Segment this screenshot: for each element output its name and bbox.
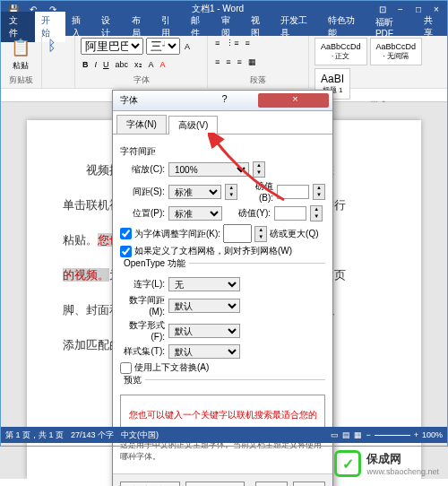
numbering-icon[interactable]: ⋮≡ xyxy=(224,38,240,48)
cancel-button[interactable]: 取消 xyxy=(293,482,325,486)
tab-font-advanced[interactable]: 高级(V) xyxy=(168,116,218,135)
statusbar: 第 1 页，共 1 页 27/143 个字 中文(中国) ▭ ▤ ▦ − + 1… xyxy=(0,427,448,443)
spacing-select[interactable]: 标准 xyxy=(168,185,222,199)
position-select[interactable]: 标准 xyxy=(168,206,222,221)
group-font: 字体 xyxy=(81,74,202,86)
grid-label: 如果定义了文档网格，则对齐到网格(W) xyxy=(134,245,292,257)
strike-icon[interactable]: abc xyxy=(114,59,131,70)
kerning-unit: 磅或更大(Q) xyxy=(270,228,318,240)
scale-select[interactable]: 100% xyxy=(168,162,249,177)
effects-button[interactable]: 文字效果(E)... xyxy=(185,482,245,486)
font-color-icon[interactable]: A xyxy=(159,59,168,70)
kerning-input[interactable] xyxy=(223,224,252,243)
zoom-in-icon[interactable]: + xyxy=(414,430,418,439)
dialog-help-icon[interactable]: ? xyxy=(187,93,258,108)
group-clipboard: 剪贴板 xyxy=(5,74,36,86)
tab-font-basic[interactable]: 字体(N) xyxy=(116,115,167,134)
contextual-checkbox[interactable] xyxy=(120,362,132,374)
spacing-pt-input[interactable] xyxy=(277,185,309,199)
dialog-tabs: 字体(N) 高级(V) xyxy=(113,111,332,135)
grow-font-icon[interactable]: A xyxy=(183,41,192,52)
numform-select[interactable]: 默认 xyxy=(168,324,240,338)
spacing-spinner[interactable]: ▲▼ xyxy=(225,184,237,200)
position-pt-spinner[interactable]: ▲▼ xyxy=(310,205,323,221)
align-right-icon[interactable]: ≡ xyxy=(236,56,244,67)
watermark-brand: 保成网 xyxy=(366,452,401,465)
section-opentype: OpenType 功能 xyxy=(120,257,189,270)
align-left-icon[interactable]: ≡ xyxy=(213,56,221,67)
bluetooth-icon[interactable]: ᛒ xyxy=(47,38,56,54)
numspc-select[interactable]: 默认 xyxy=(168,299,240,313)
status-lang[interactable]: 中文(中国) xyxy=(121,430,159,441)
view-web-icon[interactable]: ▦ xyxy=(354,430,362,439)
paste-icon[interactable]: 📋 xyxy=(11,38,30,57)
sub-icon[interactable]: x₂ xyxy=(133,59,144,70)
view-read-icon[interactable]: ▭ xyxy=(331,430,339,439)
position-label: 位置(P): xyxy=(120,207,165,220)
group-para: 段落 xyxy=(213,74,303,86)
status-page[interactable]: 第 1 页，共 1 页 xyxy=(5,430,64,441)
style-normal[interactable]: AaBbCcDd· 正文 xyxy=(314,38,367,65)
watermark-logo-icon: ✓ xyxy=(334,450,361,477)
align-center-icon[interactable]: ≡ xyxy=(224,56,232,67)
zoom-out-icon[interactable]: − xyxy=(366,430,370,439)
spacing-label: 间距(S): xyxy=(120,186,165,198)
ok-button[interactable]: 确定 xyxy=(255,482,288,486)
paste-label: 粘贴 xyxy=(13,60,29,72)
liga-select[interactable]: 无 xyxy=(168,277,240,291)
dialog-title: 字体 xyxy=(116,94,187,107)
highlight-icon[interactable]: A xyxy=(147,59,156,70)
dialog-close-icon[interactable]: × xyxy=(258,93,329,108)
bold-icon[interactable]: B xyxy=(81,59,90,70)
status-words[interactable]: 27/143 个字 xyxy=(71,430,114,441)
zoom-value[interactable]: 100% xyxy=(422,430,443,439)
section-spacing: 字符间距 xyxy=(120,145,325,158)
spacing-pt-label: 磅值(B): xyxy=(241,180,273,203)
dialog-titlebar[interactable]: 字体 ? × xyxy=(113,91,332,111)
italic-icon[interactable]: I xyxy=(93,59,99,70)
numspc-label: 数字间距(M): xyxy=(120,294,165,317)
style-nospacing[interactable]: AaBbCcDd· 无间隔 xyxy=(370,38,423,65)
liga-label: 连字(L): xyxy=(120,278,165,291)
view-print-icon[interactable]: ▤ xyxy=(342,430,350,439)
ribbon: 📋 粘贴 剪贴板 ᛒ 阿里巴巴普... 三号 A B I U abc x₂ A … xyxy=(0,36,448,89)
grid-checkbox[interactable] xyxy=(120,246,132,257)
ribbon-tabs: 文件 开始 插入 设计 布局 引用 邮件 审阅 视图 开发工具 特色功能 福昕P… xyxy=(0,18,448,36)
watermark-url: www.sbaocheng.net xyxy=(366,467,439,476)
position-pt-input[interactable] xyxy=(274,206,306,221)
contextual-label: 使用上下文替换(A) xyxy=(134,361,209,374)
font-name-select[interactable]: 阿里巴巴普... xyxy=(81,38,143,55)
scale-label: 缩放(C): xyxy=(120,163,165,176)
spacing-pt-spinner[interactable]: ▲▼ xyxy=(313,184,325,200)
position-pt-label: 磅值(Y): xyxy=(238,207,271,220)
kerning-spinner[interactable]: ▲▼ xyxy=(254,226,267,242)
font-size-select[interactable]: 三号 xyxy=(146,38,180,55)
underline-icon[interactable]: U xyxy=(101,59,111,70)
kerning-checkbox[interactable] xyxy=(120,228,132,239)
zoom-slider[interactable] xyxy=(375,435,410,436)
scale-spinner[interactable]: ▲▼ xyxy=(253,161,265,178)
styleset-select[interactable]: 默认 xyxy=(168,344,240,359)
indent-icon[interactable]: ≡ xyxy=(244,38,252,48)
numform-label: 数字形式(F): xyxy=(120,319,165,342)
section-preview: 预览 xyxy=(120,374,145,386)
shading-icon[interactable]: ▦ xyxy=(246,56,258,67)
kerning-label: 为字体调整字间距(K): xyxy=(134,228,220,240)
watermark: ✓ 保成网 www.sbaocheng.net xyxy=(334,450,439,477)
default-button[interactable]: 设为默认值(D) xyxy=(120,482,180,486)
styleset-label: 样式集(T): xyxy=(120,345,165,358)
bullets-icon[interactable]: ≡ xyxy=(213,38,221,48)
